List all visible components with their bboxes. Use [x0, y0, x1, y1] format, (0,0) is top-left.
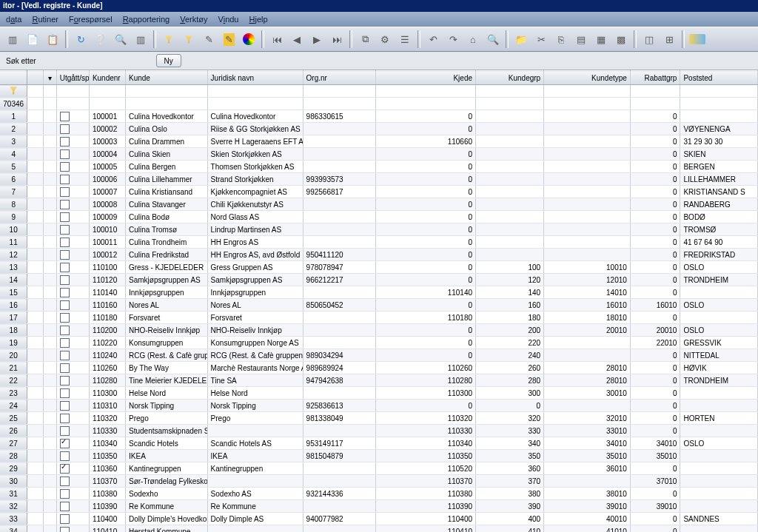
cell-utgatt[interactable]: [56, 462, 89, 475]
cell-utgatt[interactable]: [56, 198, 89, 211]
cell-utgatt[interactable]: [56, 387, 89, 400]
table-row[interactable]: 17110180ForsvaretForsvaret11018018018010…: [0, 312, 758, 324]
col-kunde[interactable]: Kunde: [126, 71, 208, 85]
table-row[interactable]: 22110280Tine Meierier KJEDELEDETine SA94…: [0, 374, 758, 387]
cell-utgatt[interactable]: [56, 349, 89, 362]
table-row[interactable]: 34110410Herstad Kommune110410410410100: [0, 525, 758, 533]
cell-utgatt[interactable]: [56, 261, 89, 274]
col-poststed[interactable]: Poststed: [680, 71, 758, 85]
checkbox[interactable]: [60, 439, 70, 448]
search-icon[interactable]: 🔍: [483, 30, 503, 49]
refresh-icon[interactable]: ↻: [71, 30, 90, 49]
checkbox[interactable]: [60, 250, 70, 260]
table-row[interactable]: 29110360KantinegruppenKantinegruppen1105…: [0, 462, 758, 475]
cell-utgatt[interactable]: [56, 450, 89, 462]
toolbar-button[interactable]: 📋: [43, 30, 62, 49]
prev-icon[interactable]: ◀: [287, 30, 306, 49]
cell-utgatt[interactable]: [56, 135, 89, 148]
filter-value[interactable]: 70346: [0, 98, 27, 110]
table-row[interactable]: 14110120Samkjøpsgruppen ASSamkjøpsgruppe…: [0, 274, 758, 286]
checkbox[interactable]: [60, 187, 70, 197]
table-row[interactable]: 3100003Culina DrammenSverre H Lageraaens…: [0, 135, 758, 148]
filter-clear-icon[interactable]: [179, 30, 198, 49]
menu-item[interactable]: Vindu: [218, 15, 239, 24]
first-icon[interactable]: ⏮: [267, 30, 286, 49]
checkbox[interactable]: [60, 238, 70, 247]
checkbox[interactable]: [60, 414, 70, 423]
toolbar-button[interactable]: ▤: [571, 30, 591, 49]
cell-utgatt[interactable]: [56, 286, 89, 299]
filter-row[interactable]: [0, 85, 758, 98]
toolbar-button[interactable]: ▦: [591, 30, 611, 49]
col-rownum[interactable]: [0, 71, 27, 85]
cell-utgatt[interactable]: [56, 525, 89, 533]
col-utgatt[interactable]: Utgått/sper: [56, 71, 89, 85]
col-blank[interactable]: [27, 71, 44, 85]
toolbar-button[interactable]: [688, 30, 707, 49]
col-dropdown[interactable]: ▾: [44, 71, 56, 85]
table-row[interactable]: 24110310Norsk TippingNorsk Tipping925836…: [0, 400, 758, 412]
cell-utgatt[interactable]: [56, 274, 89, 286]
checkbox[interactable]: [60, 162, 70, 172]
toolbar-button[interactable]: ▥: [3, 30, 22, 49]
cell-utgatt[interactable]: [56, 110, 89, 123]
checkbox[interactable]: [60, 137, 70, 147]
col-kundenr[interactable]: Kundenr: [89, 71, 125, 85]
checkbox[interactable]: [60, 263, 70, 272]
cell-utgatt[interactable]: [56, 437, 89, 450]
cell-utgatt[interactable]: [56, 374, 89, 387]
checkbox[interactable]: [60, 401, 70, 411]
table-row[interactable]: 11100011Culina TrondheimHH Engros AS0041…: [0, 236, 758, 249]
table-row[interactable]: 27110340Scandic HotelsScandic Hotels AS9…: [0, 437, 758, 450]
help-icon[interactable]: ❔: [91, 30, 110, 49]
checkbox[interactable]: [60, 288, 70, 297]
cell-utgatt[interactable]: [56, 400, 89, 412]
col-rabattgrp[interactable]: Rabattgrp: [630, 71, 680, 85]
cell-utgatt[interactable]: [56, 337, 89, 349]
cell-utgatt[interactable]: [56, 249, 89, 261]
checkbox[interactable]: [60, 225, 70, 235]
checkbox[interactable]: [60, 514, 70, 524]
checkbox[interactable]: [60, 149, 70, 159]
table-row[interactable]: 13110100Gress - KJEDELEDERGress Gruppen …: [0, 261, 758, 274]
cell-utgatt[interactable]: [56, 513, 89, 525]
table-row[interactable]: 20110240RCG (Rest. & Cafè gruppeRCG (Res…: [0, 349, 758, 362]
checkbox[interactable]: [60, 275, 70, 285]
checkbox[interactable]: [60, 351, 70, 360]
table-row[interactable]: 19110220KonsumgruppenKonsumgruppen Norge…: [0, 337, 758, 349]
checkbox[interactable]: [60, 313, 70, 323]
checkbox[interactable]: [60, 502, 70, 511]
checkbox[interactable]: [60, 376, 70, 385]
checkbox[interactable]: [60, 426, 70, 436]
table-row[interactable]: 8100008Culina StavangerChili Kjøkkenutst…: [0, 198, 758, 211]
checkbox[interactable]: [60, 326, 70, 335]
table-row[interactable]: 23110300Helse NordHelse Nord110300300300…: [0, 387, 758, 400]
filter-funnel-icon[interactable]: [10, 87, 18, 95]
cell-utgatt[interactable]: [56, 425, 89, 437]
checkbox[interactable]: [60, 363, 70, 373]
cell-utgatt[interactable]: [56, 148, 89, 161]
table-row[interactable]: 25110320PregoPrego9813380491103203203201…: [0, 412, 758, 425]
col-juridisk[interactable]: Juridisk navn: [207, 71, 303, 85]
col-kjede[interactable]: Kjede: [375, 71, 475, 85]
cell-utgatt[interactable]: [56, 475, 89, 488]
cell-utgatt[interactable]: [56, 223, 89, 236]
checkbox[interactable]: [60, 451, 70, 461]
table-row[interactable]: 5100005Culina BergenThomsen Storkjøkken …: [0, 161, 758, 173]
table-row[interactable]: 2100002Culina OsloRiise & GG Storkjøkken…: [0, 123, 758, 135]
menu-item[interactable]: data: [6, 15, 21, 24]
checkbox[interactable]: [60, 527, 70, 533]
toolbar-button[interactable]: ⧉: [355, 30, 375, 49]
toolbar-button[interactable]: 📄: [23, 30, 42, 49]
col-kundetype[interactable]: Kundetype: [544, 71, 631, 85]
data-grid[interactable]: ▾ Utgått/sper Kundenr Kunde Juridisk nav…: [0, 70, 758, 532]
cell-utgatt[interactable]: [56, 324, 89, 337]
table-row[interactable]: 30110370Sør-Trøndelag Fylkeskomm11037037…: [0, 475, 758, 488]
cell-utgatt[interactable]: [56, 186, 89, 198]
col-kundegrp[interactable]: Kundegrp: [476, 71, 544, 85]
cell-utgatt[interactable]: [56, 488, 89, 500]
table-row[interactable]: 33110400Dolly Dimple's HovedkontoDolly D…: [0, 513, 758, 525]
menu-item[interactable]: Rapportering: [123, 15, 170, 24]
color-wheel-icon[interactable]: [239, 30, 258, 49]
new-button[interactable]: Ny: [156, 54, 181, 67]
